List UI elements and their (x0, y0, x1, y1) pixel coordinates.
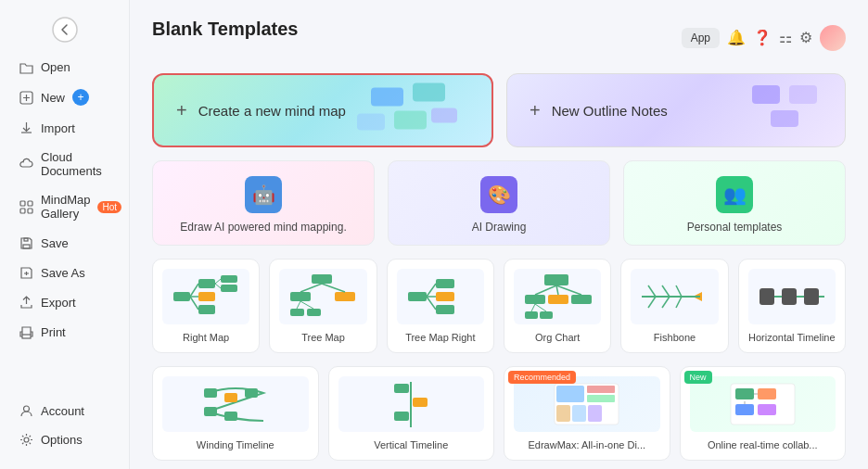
svg-rect-82 (556, 405, 570, 422)
sidebar-label-print: Print (41, 325, 66, 339)
svg-line-55 (531, 304, 535, 311)
svg-rect-72 (204, 407, 217, 416)
sidebar-item-save[interactable]: Save (6, 229, 123, 257)
svg-line-63 (662, 297, 670, 308)
svg-line-37 (297, 301, 300, 309)
svg-rect-47 (525, 295, 545, 304)
top-cards-row: + Create a new mind map + New Outline No… (152, 73, 846, 147)
cloud-icon (19, 157, 33, 171)
svg-rect-20 (198, 279, 215, 288)
svg-rect-76 (413, 398, 428, 407)
svg-rect-73 (224, 412, 237, 421)
svg-rect-15 (431, 108, 457, 123)
sidebar-item-new[interactable]: New + (6, 82, 123, 112)
sidebar-item-import[interactable]: Import (6, 114, 123, 142)
svg-rect-81 (587, 395, 615, 402)
template-card-tree-map[interactable]: Tree Map (269, 259, 377, 353)
svg-rect-53 (525, 311, 538, 319)
sidebar-item-export[interactable]: Export (6, 288, 123, 316)
sidebar-item-open[interactable]: Open (6, 53, 123, 81)
outline-plus-icon: + (530, 100, 541, 121)
svg-line-33 (300, 284, 322, 292)
svg-rect-18 (771, 110, 798, 127)
right-map-thumb (162, 269, 249, 324)
svg-rect-79 (556, 386, 584, 402)
sidebar-label-saveas: Save As (41, 266, 85, 280)
svg-rect-40 (436, 279, 454, 288)
avatar[interactable] (820, 25, 846, 51)
svg-line-64 (676, 297, 682, 308)
template-card-right-map[interactable]: Right Map (152, 259, 260, 353)
svg-rect-6 (23, 245, 30, 248)
template-card-tree-map-right[interactable]: Tree Map Right (387, 259, 494, 353)
horizontal-timeline-label: Horizontal Timeline (748, 332, 836, 343)
svg-rect-69 (204, 388, 217, 398)
template-card-org-chart[interactable]: Org Chart (504, 259, 611, 353)
svg-rect-13 (394, 111, 427, 130)
app-button[interactable]: App (682, 28, 720, 48)
template-card-vertical-timeline[interactable]: Vertical Timeline (328, 366, 495, 461)
back-button[interactable] (0, 7, 129, 52)
sidebar-item-cloud[interactable]: Cloud Documents (6, 144, 123, 184)
svg-rect-22 (198, 305, 215, 314)
svg-rect-68 (804, 288, 819, 305)
grid-icon[interactable]: ⚏ (779, 29, 792, 46)
svg-line-59 (648, 285, 656, 297)
svg-rect-35 (290, 309, 304, 316)
svg-point-9 (23, 406, 29, 412)
svg-rect-46 (544, 274, 568, 285)
template-card-online-collab[interactable]: New Online real-time collab... (680, 366, 847, 461)
page-title: Blank Templates (152, 19, 298, 40)
org-chart-thumb (514, 269, 601, 324)
svg-line-45 (427, 297, 436, 310)
template-card-edrawmax[interactable]: Recommended EdrawMax: All-in-one Di... (504, 366, 670, 461)
help-icon[interactable]: ❓ (753, 29, 772, 46)
fishbone-thumb (631, 269, 718, 324)
svg-line-25 (190, 297, 198, 310)
svg-rect-86 (735, 388, 754, 399)
template-card-fishbone[interactable]: Fishbone (620, 259, 728, 353)
svg-rect-49 (571, 295, 592, 304)
tree-map-label: Tree Map (301, 332, 345, 343)
new-plus-button[interactable]: + (72, 89, 89, 106)
tree-map-right-label: Tree Map Right (405, 332, 475, 343)
sidebar-item-options[interactable]: Options (6, 425, 123, 453)
sidebar-item-print[interactable]: Print (6, 318, 123, 346)
svg-line-61 (676, 285, 682, 297)
vertical-timeline-label: Vertical Timeline (374, 439, 448, 450)
template-grid-row1: Right Map Tree Map (152, 259, 846, 353)
ai-drawing-card[interactable]: 🎨 AI Drawing (388, 160, 610, 246)
svg-rect-21 (198, 292, 215, 301)
svg-line-43 (427, 284, 436, 297)
svg-rect-27 (221, 285, 237, 292)
sidebar-label-options: Options (41, 433, 83, 447)
sidebar-item-account[interactable]: Account (6, 397, 123, 425)
sidebar-item-gallery[interactable]: MindMap Gallery Hot (6, 186, 123, 227)
online-collab-thumb (690, 376, 836, 432)
svg-rect-8 (22, 335, 31, 338)
new-outline-card[interactable]: + New Outline Notes (506, 73, 846, 147)
svg-line-28 (215, 279, 221, 284)
edraw-ai-card[interactable]: 🤖 Edraw AI powered mind mapping. (152, 160, 375, 246)
sidebar-label-export: Export (41, 296, 76, 310)
bell-icon[interactable]: 🔔 (727, 29, 746, 46)
svg-rect-66 (760, 288, 774, 305)
create-mindmap-card[interactable]: + Create a new mind map (152, 73, 493, 147)
open-icon (19, 59, 33, 74)
settings-icon[interactable]: ⚙ (799, 29, 812, 46)
personal-templates-card[interactable]: 👥 Personal templates (623, 160, 846, 246)
tree-map-thumb (279, 269, 366, 324)
template-grid-row2: Winding Timeline Vertical Timeline Recom… (152, 366, 846, 461)
sidebar-label-save: Save (41, 236, 69, 250)
svg-rect-71 (245, 388, 258, 398)
sidebar-item-saveas[interactable]: Save As (6, 259, 123, 286)
template-card-winding-timeline[interactable]: Winding Timeline (152, 366, 319, 461)
edraw-ai-icon: 🤖 (245, 176, 282, 213)
svg-line-52 (556, 285, 581, 295)
new-badge: New (684, 371, 712, 384)
sidebar-label-gallery: MindMap Gallery (41, 193, 90, 221)
account-icon (19, 403, 33, 418)
svg-rect-77 (394, 412, 409, 421)
svg-rect-75 (394, 384, 409, 393)
template-card-horizontal-timeline[interactable]: Horizontal Timeline (738, 259, 846, 353)
